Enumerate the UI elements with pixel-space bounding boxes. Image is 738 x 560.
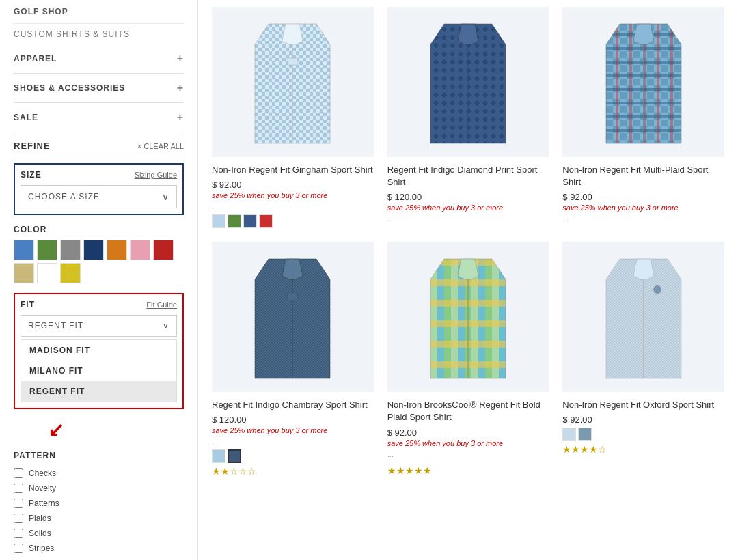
product-card-6[interactable]: Non-Iron Regent Fit Oxford Sport Shirt $… [562, 242, 724, 477]
fit-option-madison[interactable]: MADISON FIT [21, 340, 176, 361]
pattern-stripes-checkbox[interactable] [14, 544, 23, 553]
svg-marker-4 [282, 24, 303, 44]
svg-marker-10 [458, 24, 478, 44]
product-card-1[interactable]: Non-Iron Regent Fit Gingham Sport Shirt … [212, 7, 374, 228]
pattern-filter-title: PATTERN [14, 451, 56, 460]
pattern-solids-label: Solids [29, 529, 51, 538]
fit-option-regent[interactable]: REGENT FIT [21, 381, 176, 402]
red-arrow-indicator: ↙ [48, 419, 184, 441]
pattern-plaids[interactable]: Plaids [14, 511, 184, 526]
product-image-6 [562, 242, 724, 392]
pattern-solids-checkbox[interactable] [14, 529, 23, 538]
color-option-6b[interactable] [578, 428, 592, 441]
product-color-dots-4 [212, 449, 374, 463]
pattern-checks-checkbox[interactable] [14, 468, 23, 478]
pattern-checks-label: Checks [29, 468, 56, 478]
pattern-checks[interactable]: Checks [14, 466, 184, 481]
product-image-2 [387, 7, 549, 157]
nav-custom-shirts[interactable]: CUSTOM SHIRTS & SUITS [14, 24, 184, 44]
size-dropdown-arrow-icon: ∨ [162, 191, 169, 202]
sale-expand-icon[interactable]: + [177, 111, 184, 124]
product-name-5: Non-Iron BrooksCool® Regent Fit Bold Pla… [387, 399, 549, 423]
product-promo-2: save 25% when you buy 3 or more [387, 204, 549, 212]
product-promo-1: save 25% when you buy 3 or more [212, 191, 374, 199]
product-name-6: Non-Iron Regent Fit Oxford Sport Shirt [562, 399, 724, 411]
nav-golf-shop[interactable]: GOLF SHOP [14, 0, 184, 24]
color-option-1b[interactable] [228, 214, 241, 228]
apparel-expand-icon[interactable]: + [177, 53, 184, 65]
svg-rect-26 [288, 293, 297, 300]
product-image-1 [212, 7, 374, 157]
product-image-4 [212, 242, 374, 392]
size-dropdown[interactable]: CHOOSE A SIZE ∨ [20, 185, 177, 208]
color-swatch-white[interactable] [37, 263, 57, 283]
product-price-2: $ 120.00 [387, 192, 549, 202]
pattern-novelty-checkbox[interactable] [14, 484, 23, 493]
color-option-6a[interactable] [562, 428, 576, 441]
color-option-1d[interactable] [259, 214, 273, 228]
pattern-patterns-checkbox[interactable] [14, 499, 23, 508]
color-swatch-green[interactable] [37, 240, 57, 260]
color-option-1a[interactable] [212, 214, 226, 228]
product-stars-4: ★★☆☆☆ [212, 466, 374, 477]
product-card-4[interactable]: Regent Fit Indigo Chambray Sport Shirt $… [212, 242, 374, 477]
main-content: Non-Iron Regent Fit Gingham Sport Shirt … [198, 0, 738, 560]
product-card-3[interactable]: Non-Iron Regent Fit Multi-Plaid Sport Sh… [562, 7, 724, 228]
svg-point-40 [653, 285, 661, 294]
color-option-4a[interactable] [212, 449, 226, 463]
pattern-solids[interactable]: Solids [14, 526, 184, 541]
pattern-plaids-checkbox[interactable] [14, 514, 23, 523]
product-dots-2: ... [387, 214, 549, 223]
size-filter-header: SIZE Sizing Guide [20, 170, 177, 180]
pattern-patterns[interactable]: Patterns [14, 496, 184, 511]
color-filter-title: COLOR [14, 225, 46, 234]
product-card-2[interactable]: Regent Fit Indigo Diamond Print Sport Sh… [387, 7, 549, 228]
nav-sale[interactable]: SALE + [14, 103, 184, 132]
nav-apparel[interactable]: APPAREL + [14, 44, 184, 74]
product-color-dots-1 [212, 214, 374, 228]
fit-filter-title: FIT [20, 300, 35, 309]
fit-filter: FIT Fit Guide REGENT FIT ∨ MADISON FIT M… [14, 293, 184, 409]
product-stars-5: ★★★★★ [387, 465, 549, 476]
pattern-stripes-label: Stripes [29, 544, 54, 553]
color-swatch-gray[interactable] [60, 240, 81, 260]
color-swatch-red[interactable] [153, 240, 174, 260]
fit-guide-link[interactable]: Fit Guide [146, 300, 177, 309]
pattern-novelty[interactable]: Novelty [14, 481, 184, 496]
product-name-3: Non-Iron Regent Fit Multi-Plaid Sport Sh… [562, 164, 724, 188]
product-image-5 [387, 242, 549, 392]
fit-option-milano[interactable]: MILANO FIT [21, 361, 176, 381]
color-filter: COLOR [14, 225, 184, 283]
fit-selected-label: REGENT FIT [28, 321, 83, 331]
product-price-6: $ 92.00 [562, 415, 724, 425]
shoes-expand-icon[interactable]: + [177, 82, 184, 94]
color-swatch-pink[interactable] [130, 240, 150, 260]
color-swatch-navy[interactable] [83, 240, 104, 260]
color-option-4b[interactable] [228, 449, 241, 463]
fit-dropdown[interactable]: REGENT FIT ∨ [20, 315, 177, 337]
product-price-1: $ 92.00 [212, 180, 374, 190]
pattern-stripes[interactable]: Stripes [14, 541, 184, 556]
product-price-5: $ 92.00 [387, 428, 549, 438]
refine-bar: REFINE × CLEAR ALL [14, 132, 184, 156]
clear-all-button[interactable]: × CLEAR ALL [137, 142, 184, 150]
product-dots-5: ... [387, 450, 549, 458]
product-promo-4: save 25% when you buy 3 or more [212, 426, 374, 434]
color-swatch-khaki[interactable] [14, 263, 34, 283]
color-swatch-yellow[interactable] [60, 263, 81, 283]
product-image-3 [562, 7, 724, 157]
svg-marker-18 [633, 24, 654, 44]
product-dots-1: ... [212, 202, 374, 210]
fit-dropdown-arrow-icon: ∨ [163, 321, 169, 331]
color-swatch-blue[interactable] [14, 240, 34, 260]
product-stars-6: ★★★★☆ [562, 444, 724, 455]
size-filter-title: SIZE [20, 170, 42, 180]
product-card-5[interactable]: Non-Iron BrooksCool® Regent Fit Bold Pla… [387, 242, 549, 477]
size-filter: SIZE Sizing Guide CHOOSE A SIZE ∨ [14, 163, 184, 215]
product-name-4: Regent Fit Indigo Chambray Sport Shirt [212, 399, 374, 411]
sizing-guide-link[interactable]: Sizing Guide [135, 171, 177, 179]
nav-shoes[interactable]: SHOES & ACCESSORIES + [14, 74, 184, 103]
color-swatch-orange[interactable] [107, 240, 127, 260]
color-option-1c[interactable] [243, 214, 257, 228]
product-price-3: $ 92.00 [562, 192, 724, 202]
